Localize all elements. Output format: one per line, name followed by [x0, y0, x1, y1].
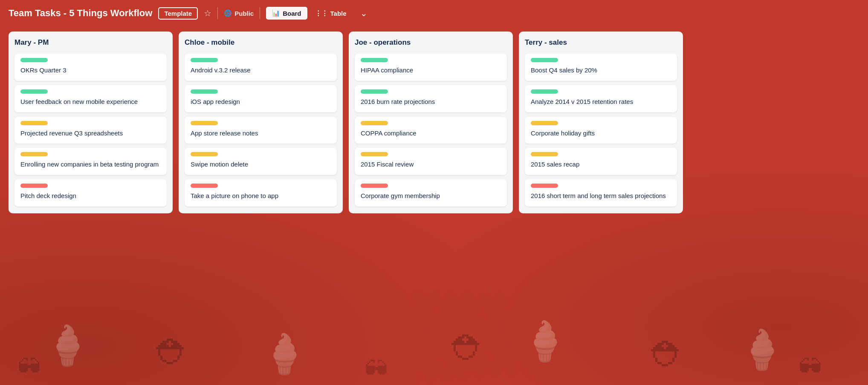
card-title: Enrolling new companies in beta testing …	[20, 160, 161, 169]
list-item[interactable]: Swipe motion delete	[185, 148, 337, 175]
header: Team Tasks - 5 Things Workflow Template …	[0, 0, 868, 26]
card-title: Corporate holiday gifts	[531, 129, 671, 138]
globe-icon: 🌐	[224, 9, 232, 17]
status-badge-yellow	[361, 152, 388, 156]
status-badge-red	[361, 184, 388, 188]
status-badge-red	[191, 184, 218, 188]
public-button[interactable]: 🌐 Public	[224, 9, 254, 17]
card-title: 2015 sales recap	[531, 160, 671, 169]
board-icon: 📊	[272, 9, 280, 17]
list-item[interactable]: Corporate gym membership	[355, 179, 507, 207]
card-title: OKRs Quarter 3	[20, 66, 161, 75]
card-title: 2015 Fiscal review	[361, 160, 501, 169]
column-mary-pm: Mary - PMOKRs Quarter 3User feedback on …	[9, 32, 173, 213]
status-badge-yellow	[191, 152, 218, 156]
page-title: Team Tasks - 5 Things Workflow	[9, 8, 152, 19]
column-joe-operations: Joe - operationsHIPAA compliance2016 bur…	[349, 32, 513, 213]
list-item[interactable]: Take a picture on phone to app	[185, 179, 337, 207]
status-badge-yellow	[531, 121, 558, 125]
header-separator-2	[260, 7, 260, 19]
card-title: Boost Q4 sales by 20%	[531, 66, 671, 75]
list-item[interactable]: Enrolling new companies in beta testing …	[14, 148, 167, 175]
header-separator	[217, 7, 218, 19]
table-label: Table	[330, 10, 347, 17]
card-title: Analyze 2014 v 2015 retention rates	[531, 97, 671, 106]
status-badge-yellow	[20, 121, 48, 125]
status-badge-green	[531, 89, 558, 94]
card-title: Pitch deck redesign	[20, 191, 161, 201]
star-icon[interactable]: ☆	[204, 8, 211, 18]
list-item[interactable]: App store release notes	[185, 117, 337, 144]
list-item[interactable]: Boost Q4 sales by 20%	[525, 54, 677, 81]
more-views-button[interactable]: ⌄	[359, 6, 369, 20]
list-item[interactable]: iOS app redesign	[185, 85, 337, 112]
card-title: User feedback on new mobile experience	[20, 97, 161, 106]
column-header-terry-sales: Terry - sales	[525, 38, 677, 49]
card-title: Android v.3.2 release	[191, 66, 331, 75]
list-item[interactable]: User feedback on new mobile experience	[14, 85, 167, 112]
list-item[interactable]: Android v.3.2 release	[185, 54, 337, 81]
card-title: Take a picture on phone to app	[191, 191, 331, 201]
status-badge-yellow	[531, 152, 558, 156]
card-title: iOS app redesign	[191, 97, 331, 106]
list-item[interactable]: HIPAA compliance	[355, 54, 507, 81]
status-badge-green	[191, 58, 218, 62]
list-item[interactable]: 2015 Fiscal review	[355, 148, 507, 175]
status-badge-red	[531, 184, 558, 188]
list-item[interactable]: Analyze 2014 v 2015 retention rates	[525, 85, 677, 112]
status-badge-green	[361, 89, 388, 94]
list-item[interactable]: 2015 sales recap	[525, 148, 677, 175]
list-item[interactable]: Corporate holiday gifts	[525, 117, 677, 144]
list-item[interactable]: Pitch deck redesign	[14, 179, 167, 207]
board-view-button[interactable]: 📊 Board	[266, 7, 307, 20]
template-button[interactable]: Template	[158, 7, 198, 20]
public-label: Public	[234, 10, 254, 17]
column-header-chloe-mobile: Chloe - mobile	[185, 38, 337, 49]
list-item[interactable]: 2016 short term and long term sales proj…	[525, 179, 677, 207]
list-item[interactable]: 2016 burn rate projections	[355, 85, 507, 112]
list-item[interactable]: COPPA compliance	[355, 117, 507, 144]
column-chloe-mobile: Chloe - mobileAndroid v.3.2 releaseiOS a…	[179, 32, 343, 213]
status-badge-yellow	[20, 152, 48, 156]
list-item[interactable]: Projected revenue Q3 spreadsheets	[14, 117, 167, 144]
board-area: Mary - PMOKRs Quarter 3User feedback on …	[0, 26, 868, 385]
status-badge-green	[361, 58, 388, 62]
status-badge-green	[531, 58, 558, 62]
table-icon: ⋮⋮	[315, 9, 328, 17]
status-badge-green	[20, 89, 48, 94]
card-title: App store release notes	[191, 129, 331, 138]
status-badge-red	[20, 184, 48, 188]
table-view-button[interactable]: ⋮⋮ Table	[309, 7, 353, 20]
column-header-joe-operations: Joe - operations	[355, 38, 507, 49]
card-title: Swipe motion delete	[191, 160, 331, 169]
status-badge-yellow	[191, 121, 218, 125]
card-title: COPPA compliance	[361, 129, 501, 138]
status-badge-green	[20, 58, 48, 62]
card-title: 2016 burn rate projections	[361, 97, 501, 106]
card-title: Projected revenue Q3 spreadsheets	[20, 129, 161, 138]
view-tabs: 📊 Board ⋮⋮ Table	[266, 7, 352, 20]
column-terry-sales: Terry - salesBoost Q4 sales by 20%Analyz…	[519, 32, 683, 213]
column-header-mary-pm: Mary - PM	[14, 38, 167, 49]
status-badge-yellow	[361, 121, 388, 125]
card-title: HIPAA compliance	[361, 66, 501, 75]
list-item[interactable]: OKRs Quarter 3	[14, 54, 167, 81]
board-label: Board	[283, 10, 301, 17]
card-title: Corporate gym membership	[361, 191, 501, 201]
status-badge-green	[191, 89, 218, 94]
card-title: 2016 short term and long term sales proj…	[531, 191, 671, 201]
